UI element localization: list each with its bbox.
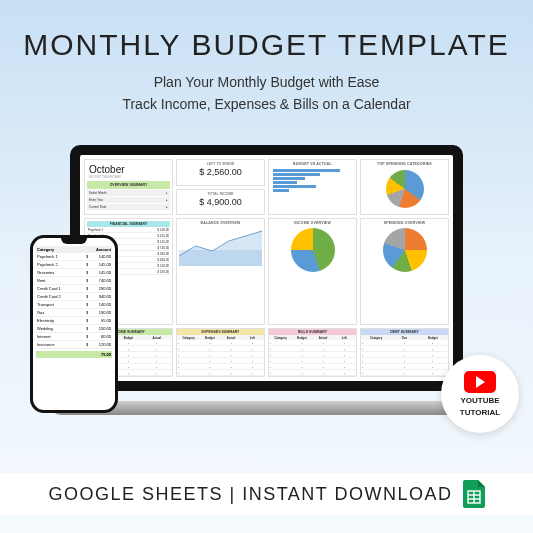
bar-chart bbox=[271, 167, 354, 194]
debt-summary-card: DEBT SUMMARY CategoryDueBudget ---------… bbox=[360, 328, 449, 377]
area-chart bbox=[179, 226, 262, 266]
product-listing-image: MONTHLY BUDGET TEMPLATE Plan Your Monthl… bbox=[0, 0, 533, 533]
month-card: October BUDGET DASHBOARD OVERVIEW SUMMAR… bbox=[84, 159, 173, 215]
subtitle-1: Plan Your Monthly Budget with Ease bbox=[0, 74, 533, 90]
top-spending-chart: TOP SPENDING CATEGORIES bbox=[360, 159, 449, 215]
pie-chart-icon bbox=[386, 170, 424, 208]
pie-chart-icon bbox=[383, 228, 427, 272]
chart-title: BUDGET VS ACTUAL bbox=[271, 162, 354, 166]
phone-mockup: Category Amount Paycheck 1$140.00Paychec… bbox=[30, 235, 118, 413]
stat-value: $ 2,560.00 bbox=[179, 167, 262, 177]
table-row: Groceries$145.00 bbox=[36, 269, 112, 277]
table-row: Internet$60.00 bbox=[36, 333, 112, 341]
overview-row: Select Month▸ bbox=[87, 190, 170, 196]
chart-title: SPENDING OVERVIEW bbox=[363, 221, 446, 225]
chart-title: INCOME OVERVIEW bbox=[271, 221, 354, 225]
pie-chart-icon bbox=[291, 228, 335, 272]
income-overview-chart: INCOME OVERVIEW bbox=[268, 218, 357, 325]
chart-title: BALANCE OVERVIEW bbox=[179, 221, 262, 225]
col-category: Category bbox=[37, 247, 87, 252]
chart-title: TOP SPENDING CATEGORIES bbox=[363, 162, 446, 166]
total-amount: 75.00 bbox=[87, 352, 111, 357]
laptop-screen: October BUDGET DASHBOARD OVERVIEW SUMMAR… bbox=[70, 145, 463, 391]
footer-text: GOOGLE SHEETS | INSTANT DOWNLOAD bbox=[48, 484, 452, 505]
table-row: Electricity$95.00 bbox=[36, 317, 112, 325]
col-amount: Amount bbox=[87, 247, 111, 252]
left-to-spend-card: LEFT TO SPEND $ 2,560.00 bbox=[176, 159, 265, 186]
footer-bar: GOOGLE SHEETS | INSTANT DOWNLOAD bbox=[0, 473, 533, 515]
table-row: Gas$190.00 bbox=[36, 309, 112, 317]
table-row: Insurance$120.00 bbox=[36, 341, 112, 349]
budget-vs-actual-chart: BUDGET VS ACTUAL bbox=[268, 159, 357, 215]
bills-summary-card: BILLS SUMMARY CategoryBudgetActualLeft -… bbox=[268, 328, 357, 377]
youtube-icon bbox=[464, 371, 496, 393]
youtube-text-2: TUTORIAL bbox=[460, 409, 500, 417]
table-row: Paycheck 1$140.00 bbox=[36, 253, 112, 261]
heading-block: MONTHLY BUDGET TEMPLATE Plan Your Monthl… bbox=[0, 0, 533, 112]
stat-value: $ 4,900.00 bbox=[179, 197, 262, 207]
expenses-summary-card: EXPENSES SUMMARY CategoryBudgetActualLef… bbox=[176, 328, 265, 377]
table-row: Paycheck 2$145.00 bbox=[36, 261, 112, 269]
month-subtitle: BUDGET DASHBOARD bbox=[87, 175, 170, 179]
table-row: Transport$140.00 bbox=[36, 301, 112, 309]
overview-summary-header: OVERVIEW SUMMARY bbox=[87, 181, 170, 189]
table-row: --- bbox=[361, 370, 448, 376]
google-sheets-icon bbox=[463, 480, 485, 508]
table-row: Rent$740.00 bbox=[36, 277, 112, 285]
table-header: Category Amount bbox=[36, 246, 112, 253]
summary-row: INCOME SUMMARY CategoryBudgetActual ----… bbox=[84, 328, 449, 377]
month-name: October bbox=[87, 162, 170, 175]
balance-overview-chart: BALANCE OVERVIEW bbox=[176, 218, 265, 325]
table-row: ---- bbox=[177, 370, 264, 376]
overview-row: Current Date▸ bbox=[87, 204, 170, 210]
spending-overview-chart: SPENDING OVERVIEW bbox=[360, 218, 449, 325]
table-row: Wedding$150.00 bbox=[36, 325, 112, 333]
laptop-mockup: October BUDGET DASHBOARD OVERVIEW SUMMAR… bbox=[70, 145, 463, 415]
youtube-text-1: YOUTUBE bbox=[460, 397, 499, 405]
total-income-card: TOTAL INCOME $ 4,900.00 bbox=[176, 189, 265, 216]
table-row: Credit Card 1$290.00 bbox=[36, 285, 112, 293]
dashboard: October BUDGET DASHBOARD OVERVIEW SUMMAR… bbox=[80, 155, 453, 381]
table-row: ---- bbox=[269, 370, 356, 376]
main-title: MONTHLY BUDGET TEMPLATE bbox=[0, 28, 533, 62]
subtitle-2: Track Income, Expenses & Bills on a Cale… bbox=[0, 96, 533, 112]
phone-notch bbox=[61, 238, 87, 244]
overview-row: Enter Year▸ bbox=[87, 197, 170, 203]
phone-table: Category Amount Paycheck 1$140.00Paychec… bbox=[36, 246, 112, 358]
table-row: Credit Card 2$340.00 bbox=[36, 293, 112, 301]
youtube-tutorial-badge[interactable]: YOUTUBE TUTORIAL bbox=[441, 355, 519, 433]
stat-label: LEFT TO SPEND bbox=[179, 162, 262, 166]
phone-screen: Category Amount Paycheck 1$140.00Paychec… bbox=[33, 238, 115, 410]
stat-label: TOTAL INCOME bbox=[179, 192, 262, 196]
total-row: 75.00 bbox=[36, 351, 112, 358]
total-label bbox=[37, 352, 87, 357]
device-mockups: October BUDGET DASHBOARD OVERVIEW SUMMAR… bbox=[0, 145, 533, 475]
